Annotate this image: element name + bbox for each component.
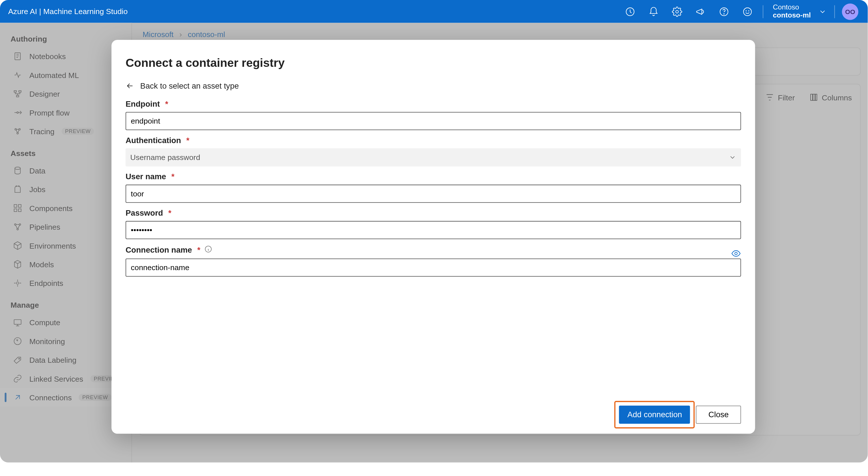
svg-rect-28 xyxy=(813,94,815,100)
svg-point-12 xyxy=(15,129,17,130)
breadcrumb-root[interactable]: Microsoft xyxy=(143,30,174,38)
endpoint-input[interactable] xyxy=(125,112,741,130)
svg-point-31 xyxy=(735,252,737,255)
preview-badge: PREVIEW xyxy=(61,128,94,135)
feedback-icon[interactable] xyxy=(736,0,760,23)
svg-point-21 xyxy=(19,224,21,225)
notifications-icon[interactable] xyxy=(642,0,665,23)
svg-rect-19 xyxy=(19,209,21,212)
password-input[interactable] xyxy=(125,221,741,239)
svg-rect-17 xyxy=(19,204,21,207)
help-icon[interactable] xyxy=(712,0,736,23)
connection-name-label: Connection name* xyxy=(125,245,741,255)
svg-point-11 xyxy=(17,112,19,113)
svg-rect-24 xyxy=(14,320,21,324)
modal-title: Connect a container registry xyxy=(112,56,755,70)
close-button[interactable]: Close xyxy=(696,405,741,423)
svg-rect-27 xyxy=(811,94,813,100)
endpoint-label: Endpoint* xyxy=(125,100,741,108)
svg-rect-10 xyxy=(17,95,19,97)
svg-point-26 xyxy=(19,358,20,359)
info-icon[interactable] xyxy=(204,245,212,255)
username-label: User name* xyxy=(125,172,741,181)
svg-rect-9 xyxy=(19,91,21,92)
top-bar: Azure AI | Machine Learning Studio Conto… xyxy=(0,0,868,23)
breadcrumb: Microsoft › contoso-ml xyxy=(132,23,868,40)
filter-button[interactable]: Filter xyxy=(765,93,795,102)
svg-point-6 xyxy=(749,10,749,11)
svg-point-22 xyxy=(17,228,19,230)
authentication-label: Authentication* xyxy=(125,136,741,145)
svg-point-23 xyxy=(17,282,19,284)
topbar-actions: Contoso contoso-ml OO xyxy=(619,0,868,23)
workspace-selector[interactable]: Contoso contoso-ml xyxy=(767,0,814,23)
preview-badge: PREVIEW xyxy=(79,394,112,401)
svg-point-13 xyxy=(19,129,20,130)
svg-point-1 xyxy=(676,10,679,12)
svg-point-15 xyxy=(15,167,20,169)
svg-point-14 xyxy=(17,133,19,134)
username-input[interactable] xyxy=(125,185,741,203)
svg-point-4 xyxy=(744,7,752,15)
svg-rect-16 xyxy=(14,204,17,207)
authentication-select[interactable]: Username password xyxy=(125,148,741,166)
app-title: Azure AI | Machine Learning Studio xyxy=(8,7,128,16)
svg-point-5 xyxy=(746,10,747,11)
svg-rect-8 xyxy=(14,91,17,92)
chevron-down-icon xyxy=(729,154,737,162)
svg-point-20 xyxy=(14,224,16,225)
settings-icon[interactable] xyxy=(665,0,689,23)
announcements-icon[interactable] xyxy=(689,0,712,23)
svg-rect-18 xyxy=(14,209,17,212)
breadcrumb-current[interactable]: contoso-ml xyxy=(188,30,225,38)
chevron-down-icon[interactable] xyxy=(814,7,831,16)
back-button[interactable]: Back to select an asset type xyxy=(125,81,239,90)
svg-point-3 xyxy=(724,13,724,14)
avatar[interactable]: OO xyxy=(842,3,858,20)
connection-name-input[interactable] xyxy=(125,258,741,276)
chevron-right-icon: › xyxy=(179,30,182,38)
visibility-toggle-icon[interactable] xyxy=(731,249,741,261)
svg-rect-7 xyxy=(15,53,20,60)
add-connection-button[interactable]: Add connection xyxy=(619,405,690,423)
svg-rect-29 xyxy=(815,94,817,100)
arrow-left-icon xyxy=(125,81,134,90)
columns-button[interactable]: Columns xyxy=(809,93,852,102)
recent-icon[interactable] xyxy=(619,0,642,23)
workspace-tenant: Contoso xyxy=(773,4,811,11)
password-label: Password* xyxy=(125,209,741,218)
connect-registry-modal: Connect a container registry Back to sel… xyxy=(112,40,755,434)
workspace-name: contoso-ml xyxy=(773,11,811,19)
